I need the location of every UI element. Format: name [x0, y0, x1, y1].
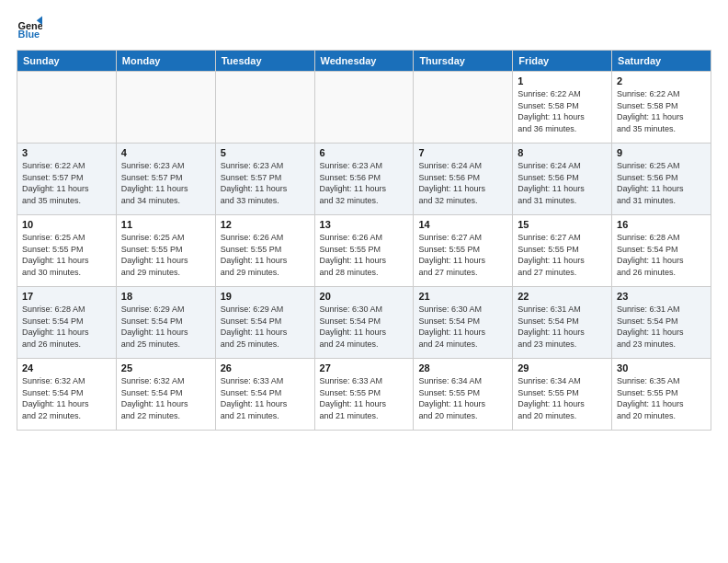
day-info: Sunrise: 6:26 AM Sunset: 5:55 PM Dayligh… — [320, 232, 409, 278]
logo: General Blue — [17, 15, 42, 40]
weekday-header-sunday: Sunday — [17, 51, 117, 72]
day-cell: 25Sunrise: 6:32 AM Sunset: 5:54 PM Dayli… — [116, 359, 215, 431]
day-info: Sunrise: 6:25 AM Sunset: 5:55 PM Dayligh… — [121, 232, 210, 278]
day-number: 22 — [518, 291, 607, 302]
week-row-5: 24Sunrise: 6:32 AM Sunset: 5:54 PM Dayli… — [17, 359, 711, 431]
day-cell — [116, 72, 215, 144]
day-number: 3 — [22, 147, 111, 158]
day-number: 30 — [617, 362, 706, 373]
day-info: Sunrise: 6:29 AM Sunset: 5:54 PM Dayligh… — [121, 304, 210, 350]
day-cell — [215, 72, 314, 144]
day-info: Sunrise: 6:34 AM Sunset: 5:55 PM Dayligh… — [418, 375, 507, 421]
page: General Blue SundayMondayTuesdayWednesda… — [0, 0, 728, 563]
day-number: 7 — [418, 147, 507, 158]
weekday-header-row: SundayMondayTuesdayWednesdayThursdayFrid… — [17, 51, 711, 72]
day-number: 1 — [518, 75, 607, 86]
day-info: Sunrise: 6:32 AM Sunset: 5:54 PM Dayligh… — [121, 375, 210, 421]
weekday-header-tuesday: Tuesday — [215, 51, 314, 72]
day-number: 15 — [518, 219, 607, 230]
day-number: 11 — [121, 219, 210, 230]
day-number: 27 — [320, 362, 409, 373]
day-number: 13 — [320, 219, 409, 230]
day-cell: 21Sunrise: 6:30 AM Sunset: 5:54 PM Dayli… — [414, 287, 513, 359]
day-number: 16 — [617, 219, 706, 230]
week-row-2: 3Sunrise: 6:22 AM Sunset: 5:57 PM Daylig… — [17, 144, 711, 215]
day-info: Sunrise: 6:27 AM Sunset: 5:55 PM Dayligh… — [518, 232, 607, 278]
day-info: Sunrise: 6:27 AM Sunset: 5:55 PM Dayligh… — [418, 232, 507, 278]
calendar-table: SundayMondayTuesdayWednesdayThursdayFrid… — [17, 50, 711, 431]
day-cell: 8Sunrise: 6:24 AM Sunset: 5:56 PM Daylig… — [513, 144, 612, 215]
day-number: 6 — [320, 147, 409, 158]
day-number: 26 — [221, 362, 310, 373]
day-cell: 1Sunrise: 6:22 AM Sunset: 5:58 PM Daylig… — [513, 72, 612, 144]
header: General Blue — [17, 15, 711, 40]
weekday-header-saturday: Saturday — [612, 51, 711, 72]
day-info: Sunrise: 6:33 AM Sunset: 5:54 PM Dayligh… — [221, 375, 310, 421]
day-number: 4 — [121, 147, 210, 158]
day-info: Sunrise: 6:35 AM Sunset: 5:55 PM Dayligh… — [617, 375, 706, 421]
week-row-3: 10Sunrise: 6:25 AM Sunset: 5:55 PM Dayli… — [17, 215, 711, 287]
day-number: 24 — [22, 362, 111, 373]
day-cell — [314, 72, 414, 144]
day-info: Sunrise: 6:30 AM Sunset: 5:54 PM Dayligh… — [418, 304, 507, 350]
day-info: Sunrise: 6:23 AM Sunset: 5:57 PM Dayligh… — [121, 160, 210, 206]
day-cell: 4Sunrise: 6:23 AM Sunset: 5:57 PM Daylig… — [116, 144, 215, 215]
weekday-header-wednesday: Wednesday — [314, 51, 414, 72]
day-cell: 3Sunrise: 6:22 AM Sunset: 5:57 PM Daylig… — [17, 144, 117, 215]
day-cell: 9Sunrise: 6:25 AM Sunset: 5:56 PM Daylig… — [612, 144, 711, 215]
weekday-header-monday: Monday — [116, 51, 215, 72]
weekday-header-thursday: Thursday — [414, 51, 513, 72]
week-row-1: 1Sunrise: 6:22 AM Sunset: 5:58 PM Daylig… — [17, 72, 711, 144]
week-row-4: 17Sunrise: 6:28 AM Sunset: 5:54 PM Dayli… — [17, 287, 711, 359]
day-number: 8 — [518, 147, 607, 158]
day-info: Sunrise: 6:26 AM Sunset: 5:55 PM Dayligh… — [221, 232, 310, 278]
day-info: Sunrise: 6:25 AM Sunset: 5:56 PM Dayligh… — [617, 160, 706, 206]
day-info: Sunrise: 6:24 AM Sunset: 5:56 PM Dayligh… — [518, 160, 607, 206]
day-info: Sunrise: 6:32 AM Sunset: 5:54 PM Dayligh… — [22, 375, 111, 421]
day-cell: 26Sunrise: 6:33 AM Sunset: 5:54 PM Dayli… — [215, 359, 314, 431]
day-number: 29 — [518, 362, 607, 373]
day-cell: 11Sunrise: 6:25 AM Sunset: 5:55 PM Dayli… — [116, 215, 215, 287]
day-number: 2 — [617, 75, 706, 86]
day-number: 25 — [121, 362, 210, 373]
day-number: 9 — [617, 147, 706, 158]
day-info: Sunrise: 6:23 AM Sunset: 5:56 PM Dayligh… — [320, 160, 409, 206]
day-cell: 6Sunrise: 6:23 AM Sunset: 5:56 PM Daylig… — [314, 144, 414, 215]
day-number: 28 — [418, 362, 507, 373]
day-info: Sunrise: 6:34 AM Sunset: 5:55 PM Dayligh… — [518, 375, 607, 421]
day-cell — [17, 72, 117, 144]
day-info: Sunrise: 6:22 AM Sunset: 5:57 PM Dayligh… — [22, 160, 111, 206]
day-number: 19 — [221, 291, 310, 302]
day-cell: 14Sunrise: 6:27 AM Sunset: 5:55 PM Dayli… — [414, 215, 513, 287]
weekday-header-friday: Friday — [513, 51, 612, 72]
logo-icon: General Blue — [17, 15, 42, 40]
day-cell: 15Sunrise: 6:27 AM Sunset: 5:55 PM Dayli… — [513, 215, 612, 287]
day-cell — [414, 72, 513, 144]
day-cell: 2Sunrise: 6:22 AM Sunset: 5:58 PM Daylig… — [612, 72, 711, 144]
day-cell: 17Sunrise: 6:28 AM Sunset: 5:54 PM Dayli… — [17, 287, 117, 359]
day-cell: 13Sunrise: 6:26 AM Sunset: 5:55 PM Dayli… — [314, 215, 414, 287]
day-info: Sunrise: 6:28 AM Sunset: 5:54 PM Dayligh… — [22, 304, 111, 350]
day-info: Sunrise: 6:25 AM Sunset: 5:55 PM Dayligh… — [22, 232, 111, 278]
day-cell: 18Sunrise: 6:29 AM Sunset: 5:54 PM Dayli… — [116, 287, 215, 359]
day-cell: 30Sunrise: 6:35 AM Sunset: 5:55 PM Dayli… — [612, 359, 711, 431]
day-info: Sunrise: 6:22 AM Sunset: 5:58 PM Dayligh… — [617, 88, 706, 134]
day-info: Sunrise: 6:23 AM Sunset: 5:57 PM Dayligh… — [221, 160, 310, 206]
day-number: 21 — [418, 291, 507, 302]
day-number: 23 — [617, 291, 706, 302]
day-info: Sunrise: 6:31 AM Sunset: 5:54 PM Dayligh… — [518, 304, 607, 350]
day-info: Sunrise: 6:31 AM Sunset: 5:54 PM Dayligh… — [617, 304, 706, 350]
day-cell: 28Sunrise: 6:34 AM Sunset: 5:55 PM Dayli… — [414, 359, 513, 431]
day-number: 14 — [418, 219, 507, 230]
day-cell: 5Sunrise: 6:23 AM Sunset: 5:57 PM Daylig… — [215, 144, 314, 215]
day-number: 17 — [22, 291, 111, 302]
day-cell: 29Sunrise: 6:34 AM Sunset: 5:55 PM Dayli… — [513, 359, 612, 431]
day-cell: 7Sunrise: 6:24 AM Sunset: 5:56 PM Daylig… — [414, 144, 513, 215]
day-number: 20 — [320, 291, 409, 302]
day-info: Sunrise: 6:33 AM Sunset: 5:55 PM Dayligh… — [320, 375, 409, 421]
day-info: Sunrise: 6:22 AM Sunset: 5:58 PM Dayligh… — [518, 88, 607, 134]
day-cell: 10Sunrise: 6:25 AM Sunset: 5:55 PM Dayli… — [17, 215, 117, 287]
day-number: 5 — [221, 147, 310, 158]
day-info: Sunrise: 6:29 AM Sunset: 5:54 PM Dayligh… — [221, 304, 310, 350]
day-cell: 27Sunrise: 6:33 AM Sunset: 5:55 PM Dayli… — [314, 359, 414, 431]
